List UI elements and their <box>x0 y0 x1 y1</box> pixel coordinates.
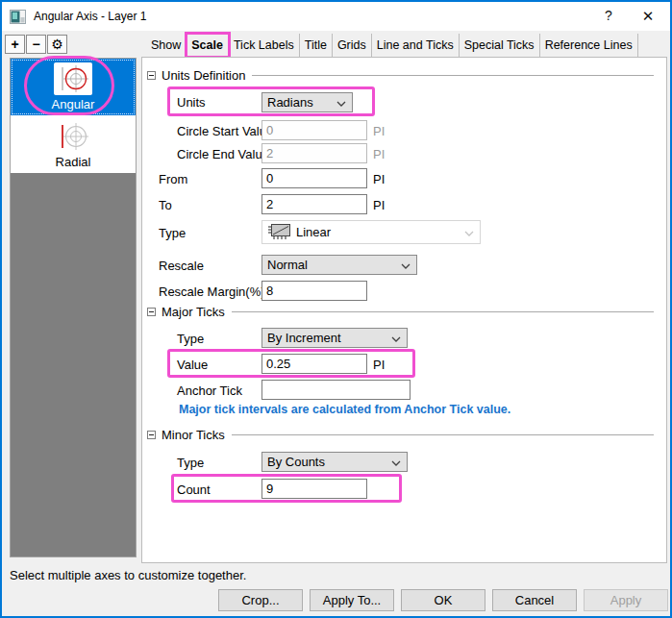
minor-ticks-header: Minor Ticks <box>147 429 654 441</box>
pi-suffix: PI <box>373 198 385 212</box>
circle-end-input <box>261 143 367 163</box>
anchor-tick-label: Anchor Tick <box>177 383 242 398</box>
chevron-down-icon <box>336 101 346 107</box>
app-icon <box>10 10 26 24</box>
collapse-icon[interactable] <box>147 71 156 80</box>
apply-to-button[interactable]: Apply To... <box>310 589 394 611</box>
axis-list: Angular Radial <box>10 58 137 557</box>
pi-suffix: PI <box>373 147 385 161</box>
window-title: Angular Axis - Layer 1 <box>34 10 146 23</box>
sidebar-item-angular[interactable]: Angular <box>11 59 136 115</box>
chevron-down-icon <box>391 460 401 466</box>
title-bar: Angular Axis - Layer 1 ? ✕ <box>2 2 670 31</box>
minor-count-label: Count <box>177 482 211 497</box>
ok-button[interactable]: OK <box>401 589 485 611</box>
anchor-tick-note: Major tick intervals are calculated from… <box>179 403 510 416</box>
tab-bar: Show Scale Tick Labels Title Grids Line … <box>146 34 638 57</box>
axis-type-select[interactable]: Linear <box>261 220 481 244</box>
close-icon[interactable]: ✕ <box>634 4 662 28</box>
chevron-down-icon <box>464 231 474 236</box>
linear-axis-icon <box>267 223 292 241</box>
axis-type-label: Type <box>159 226 186 240</box>
circle-start-input <box>261 120 367 140</box>
tab-special-ticks[interactable]: Special Ticks <box>460 34 540 57</box>
help-icon[interactable]: ? <box>595 4 622 28</box>
crop-button[interactable]: Crop... <box>218 589 303 611</box>
sidebar-item-radial[interactable]: Radial <box>11 115 136 173</box>
major-type-label: Type <box>177 332 204 346</box>
major-type-select[interactable]: By Increment <box>261 328 408 348</box>
tab-show[interactable]: Show <box>146 34 187 57</box>
radial-axis-icon <box>57 122 89 151</box>
cancel-button[interactable]: Cancel <box>492 589 577 611</box>
from-input[interactable] <box>261 168 367 188</box>
units-label: Units <box>177 95 206 110</box>
remove-axis-button[interactable]: − <box>26 35 46 54</box>
to-input[interactable] <box>261 194 367 214</box>
tab-line-and-ticks[interactable]: Line and Ticks <box>372 34 460 57</box>
gear-icon: ⚙ <box>51 37 63 52</box>
rescale-margin-input[interactable] <box>261 281 367 301</box>
minor-type-select[interactable]: By Counts <box>261 452 408 472</box>
from-label: From <box>159 172 187 186</box>
major-value-input[interactable] <box>261 354 367 374</box>
apply-button[interactable]: Apply <box>584 589 668 611</box>
chevron-down-icon <box>391 336 401 342</box>
major-ticks-header: Major Ticks <box>147 306 654 318</box>
anchor-tick-input[interactable] <box>261 380 411 400</box>
settings-button[interactable]: ⚙ <box>47 35 67 54</box>
tab-scale[interactable]: Scale <box>187 34 229 57</box>
plus-icon: + <box>11 37 18 52</box>
tab-tick-labels[interactable]: Tick Labels <box>229 34 300 57</box>
units-definition-header: Units Definition <box>147 69 654 82</box>
group-title: Units Definition <box>162 68 245 83</box>
tab-grids[interactable]: Grids <box>333 34 372 57</box>
sidebar-item-label: Angular <box>52 97 95 111</box>
rescale-label: Rescale <box>159 259 204 273</box>
pi-suffix: PI <box>373 124 385 138</box>
tab-title[interactable]: Title <box>300 34 333 57</box>
group-title: Minor Ticks <box>162 428 225 442</box>
add-axis-button[interactable]: + <box>5 35 25 54</box>
sidebar-item-label: Radial <box>56 155 91 169</box>
circle-end-label: Circle End Value <box>177 147 269 161</box>
collapse-icon[interactable] <box>147 308 156 316</box>
collapse-icon[interactable] <box>147 431 156 439</box>
circle-start-label: Circle Start Value <box>177 124 273 138</box>
angular-axis-icon <box>57 64 89 93</box>
major-value-label: Value <box>177 358 208 372</box>
units-select[interactable]: Radians <box>261 92 353 112</box>
minor-type-label: Type <box>177 456 204 470</box>
tab-reference-lines[interactable]: Reference Lines <box>540 34 638 57</box>
pi-suffix: PI <box>373 358 385 372</box>
minor-count-input[interactable] <box>261 479 367 499</box>
rescale-margin-label: Rescale Margin(%) <box>159 284 265 299</box>
pi-suffix: PI <box>373 172 385 186</box>
status-text: Select multiple axes to customize togeth… <box>10 568 246 582</box>
minus-icon: − <box>32 37 39 52</box>
rescale-select[interactable]: Normal <box>261 255 417 275</box>
to-label: To <box>159 198 172 212</box>
chevron-down-icon <box>401 263 411 269</box>
group-title: Major Ticks <box>162 305 225 319</box>
angular-axis-dialog: Angular Axis - Layer 1 ? ✕ + − ⚙ Show Sc… <box>0 0 672 618</box>
